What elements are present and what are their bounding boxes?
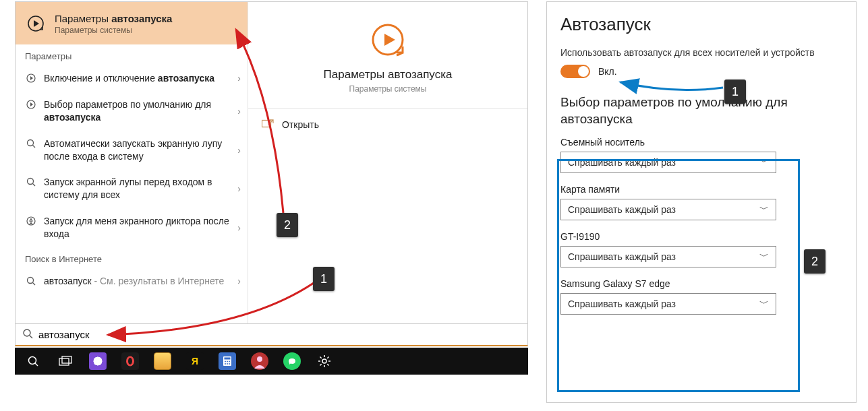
svg-point-30 (225, 363, 226, 365)
chevron-down-icon: ﹀ (759, 156, 769, 168)
result-item-web-search[interactable]: автозапуск - См. результаты в Интернете … (16, 268, 248, 294)
chevron-right-icon: › (237, 73, 241, 84)
annotation-badge-left-1: 1 (313, 267, 335, 291)
search-input[interactable] (38, 329, 521, 340)
taskbar-app-whatsapp[interactable] (277, 348, 308, 375)
settings-sub-heading: Выбор параметров по умолчанию для автоза… (560, 94, 842, 127)
result-item-narrator-after-login[interactable]: Запуск для меня экранного диктора после … (16, 208, 248, 247)
chevron-right-icon: › (237, 276, 241, 286)
taskbar-task-view-button[interactable] (50, 348, 81, 375)
result-text: Автоматически запускать экранную лупу по… (44, 137, 238, 163)
svg-line-42 (327, 357, 328, 358)
taskbar-app-yandex[interactable]: Я (179, 348, 210, 375)
taskbar-app-opera[interactable] (115, 348, 146, 375)
chevron-right-icon: › (237, 183, 241, 194)
result-item-magnifier-before-login[interactable]: Запуск экранной лупы перед входом в сист… (16, 169, 248, 208)
device-group-removable: Съемный носитель Спрашивать каждый раз ﹀ (560, 137, 842, 173)
section-header-web: Поиск в Интернете (16, 247, 248, 268)
svg-rect-22 (62, 356, 71, 363)
taskbar: Я (15, 348, 528, 375)
accessibility-icon (25, 215, 37, 227)
best-match-row[interactable]: Параметры автозапуска Параметры системы (16, 2, 248, 44)
autoplay-icon (25, 13, 47, 34)
search-icon (25, 275, 37, 287)
svg-point-6 (28, 139, 34, 146)
result-text: Включение и отключение автозапуска (44, 72, 238, 85)
svg-line-41 (320, 364, 322, 365)
search-input-row[interactable] (15, 323, 528, 346)
svg-marker-3 (30, 76, 33, 80)
annotation-badge-right-1: 1 (724, 80, 746, 104)
result-text: Выбор параметров по умолчанию для автоза… (44, 98, 238, 124)
open-label: Открыть (282, 119, 319, 130)
svg-marker-1 (34, 20, 39, 27)
svg-point-33 (257, 356, 262, 362)
svg-rect-26 (225, 358, 231, 360)
settings-heading: Автозапуск (560, 14, 842, 35)
svg-line-20 (35, 363, 38, 366)
device-group-galaxy-s7: Samsung Galaxy S7 edge Спрашивать каждый… (560, 278, 842, 315)
chevron-right-icon: › (237, 106, 241, 117)
open-icon (262, 119, 274, 130)
detail-subtitle: Параметры системы (248, 84, 527, 94)
svg-marker-5 (30, 102, 33, 106)
device-dropdown-gt-i9190[interactable]: Спрашивать каждый раз ﹀ (560, 246, 776, 267)
taskbar-app-yandex-browser[interactable] (82, 348, 113, 375)
search-detail-pane: Параметры автозапуска Параметры системы … (248, 2, 527, 344)
magnifier-icon (25, 176, 37, 188)
search-results-panel: Параметры автозапуска Параметры системы … (15, 1, 528, 345)
svg-point-12 (28, 278, 34, 284)
svg-point-27 (225, 361, 226, 362)
annotation-badge-left-2: 2 (277, 213, 298, 237)
toggle-state-label: Вкл. (598, 66, 617, 77)
svg-point-19 (29, 357, 36, 365)
svg-point-17 (24, 329, 30, 336)
device-dropdown-galaxy-s7[interactable]: Спрашивать каждый раз ﹀ (560, 293, 776, 315)
svg-line-18 (30, 336, 32, 338)
chevron-down-icon: ﹀ (759, 251, 769, 263)
device-dropdown-removable[interactable]: Спрашивать каждый раз ﹀ (560, 152, 776, 173)
autoplay-settings-panel: Автозапуск Использовать автозапуск для в… (546, 1, 857, 403)
device-group-memory-card: Карта памяти Спрашивать каждый раз ﹀ (560, 184, 842, 220)
taskbar-app-calculator[interactable] (212, 348, 243, 375)
device-label: GT-I9190 (560, 231, 842, 242)
result-text: автозапуск - См. результаты в Интернете (44, 275, 238, 288)
section-header-params: Параметры (16, 44, 248, 65)
device-dropdown-memory-card[interactable]: Спрашивать каждый раз ﹀ (560, 199, 776, 220)
svg-point-31 (227, 363, 228, 365)
chevron-right-icon: › (237, 222, 241, 233)
device-label: Samsung Galaxy S7 edge (560, 278, 842, 289)
autoplay-large-icon (366, 18, 409, 61)
autoplay-toggle[interactable] (560, 65, 590, 78)
annotation-badge-right-2: 2 (804, 249, 826, 274)
detail-title: Параметры автозапуска (248, 68, 527, 82)
taskbar-app-avatar[interactable] (244, 348, 275, 375)
autoplay-small-icon (25, 72, 37, 84)
open-button[interactable]: Открыть (248, 109, 527, 139)
best-match-subtitle: Параметры системы (55, 26, 172, 35)
svg-line-40 (327, 364, 328, 365)
result-item-defaults-autoplay[interactable]: Выбор параметров по умолчанию для автоза… (16, 92, 248, 131)
taskbar-app-settings[interactable] (309, 348, 340, 375)
svg-line-7 (33, 145, 36, 148)
result-item-toggle-autoplay[interactable]: Включение и отключение автозапуска › (16, 65, 248, 92)
device-label: Съемный носитель (560, 137, 842, 148)
chevron-down-icon: ﹀ (759, 298, 769, 310)
svg-line-13 (33, 283, 36, 286)
search-results-list: Параметры автозапуска Параметры системы … (16, 2, 248, 344)
search-icon (22, 328, 33, 341)
autoplay-small-icon (25, 98, 37, 110)
svg-point-29 (229, 361, 230, 362)
taskbar-app-file-explorer[interactable] (147, 348, 178, 375)
device-label: Карта памяти (560, 184, 842, 195)
best-match-title: Параметры автозапуска (55, 13, 172, 24)
svg-point-34 (322, 359, 326, 363)
svg-point-32 (229, 363, 230, 365)
settings-note: Использовать автозапуск для всех носител… (560, 47, 842, 58)
taskbar-search-button[interactable] (18, 348, 49, 375)
svg-point-28 (227, 361, 228, 362)
svg-point-8 (28, 179, 34, 185)
result-item-magnifier-after-login[interactable]: Автоматически запускать экранную лупу по… (16, 131, 248, 170)
chevron-down-icon: ﹀ (759, 203, 769, 216)
svg-point-24 (128, 358, 132, 365)
